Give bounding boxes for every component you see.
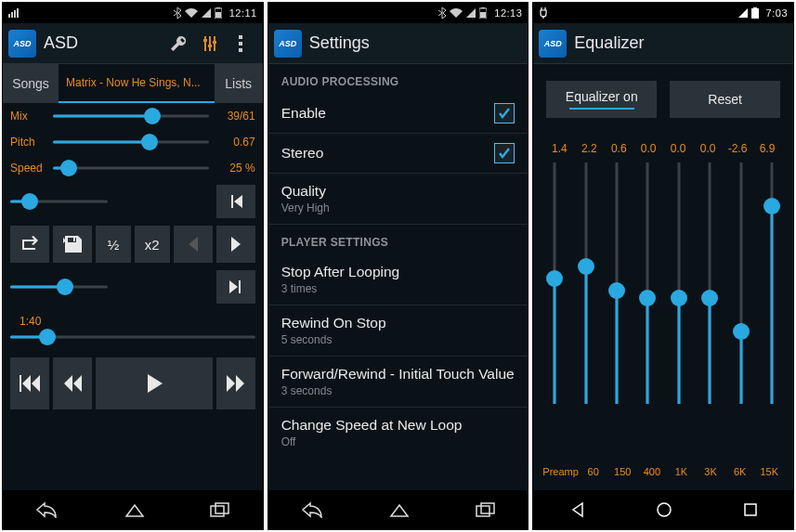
equalizer-on-button[interactable]: Equalizer on xyxy=(546,81,657,118)
eq-value: 6.9 xyxy=(752,142,782,155)
eq-band-slider[interactable] xyxy=(725,162,756,404)
tab-songs[interactable]: Songs xyxy=(3,64,59,103)
bluetooth-icon xyxy=(438,7,446,19)
svg-rect-15 xyxy=(239,48,242,52)
clock: 12:13 xyxy=(494,7,522,19)
mix-value: 39/61 xyxy=(215,110,255,123)
wrench-icon[interactable] xyxy=(163,28,194,59)
recents-icon[interactable] xyxy=(210,502,230,517)
home-icon[interactable] xyxy=(387,501,411,518)
recents-icon[interactable] xyxy=(476,502,496,517)
eq-value: 0.6 xyxy=(604,142,633,155)
svg-rect-13 xyxy=(239,35,242,39)
wifi-icon xyxy=(185,8,198,18)
svg-rect-6 xyxy=(215,12,221,18)
eq-value: 2.2 xyxy=(574,142,604,155)
speed-label: Speed xyxy=(10,162,47,175)
svg-rect-10 xyxy=(203,39,207,42)
stop-after-looping-row[interactable]: Stop After Looping 3 times xyxy=(268,254,528,305)
svg-rect-11 xyxy=(208,45,212,47)
home-icon[interactable] xyxy=(655,500,673,519)
eq-value: 0.0 xyxy=(663,142,693,155)
pitch-value: 0.67 xyxy=(215,136,255,149)
back-icon[interactable] xyxy=(568,501,586,518)
rewind-button[interactable] xyxy=(53,357,92,409)
pitch-label: Pitch xyxy=(10,136,47,149)
eq-band-slider[interactable] xyxy=(601,162,632,404)
eq-band-label: 1K xyxy=(667,466,697,477)
eq-band-slider[interactable] xyxy=(633,162,663,404)
status-bar: 7:03 xyxy=(533,3,793,23)
seek-slider[interactable] xyxy=(10,328,255,346)
tab-lists[interactable]: Lists xyxy=(215,64,263,103)
now-playing-marquee[interactable]: Matrix - Now He Sings, N... xyxy=(59,64,215,103)
settings-screen: 12:13 ASD Settings AUDIO PROCESSING Enab… xyxy=(268,2,529,530)
skip-prev-button[interactable] xyxy=(216,185,255,218)
svg-rect-19 xyxy=(481,7,485,8)
battery-icon xyxy=(215,7,222,19)
svg-rect-26 xyxy=(745,504,756,515)
nav-bar xyxy=(3,490,263,529)
eq-band-slider[interactable] xyxy=(695,162,725,404)
fast-forward-button[interactable] xyxy=(216,357,255,409)
mix-label: Mix xyxy=(10,110,47,123)
mix-slider[interactable] xyxy=(53,107,209,125)
extra-slider[interactable] xyxy=(10,192,108,211)
loop-button[interactable] xyxy=(10,226,49,263)
ff-rw-row[interactable]: Forward/Rewind - Initial Touch Value 3 s… xyxy=(268,357,528,408)
wifi-icon xyxy=(450,8,463,18)
app-icon[interactable]: ASD xyxy=(539,30,567,58)
svg-rect-14 xyxy=(239,42,242,45)
enable-checkbox[interactable] xyxy=(494,103,515,123)
eq-band-label: 3K xyxy=(696,466,725,477)
home-icon[interactable] xyxy=(123,501,147,518)
save-button[interactable] xyxy=(53,226,92,263)
svg-rect-2 xyxy=(14,10,16,18)
prev-track-button[interactable] xyxy=(10,357,49,409)
progress-slider[interactable] xyxy=(10,278,108,296)
sliders-icon[interactable] xyxy=(194,28,226,59)
eq-value: -2.6 xyxy=(723,142,752,155)
settings-title: Settings xyxy=(309,33,523,53)
recents-icon[interactable] xyxy=(742,501,759,518)
eq-labels-row: Preamp601504001K3K6K15K xyxy=(533,459,793,490)
enable-row[interactable]: Enable xyxy=(268,94,528,134)
back-icon[interactable] xyxy=(34,501,59,518)
eq-band-label: 15K xyxy=(754,466,784,477)
svg-rect-22 xyxy=(481,503,494,513)
eq-value: 0.0 xyxy=(693,142,723,155)
app-icon: ASD xyxy=(8,30,36,58)
charging-plug-icon xyxy=(539,7,548,19)
back-icon[interactable] xyxy=(300,501,324,518)
eq-band-slider[interactable] xyxy=(539,162,569,404)
stereo-row[interactable]: Stereo xyxy=(268,134,528,174)
app-icon[interactable]: ASD xyxy=(274,30,302,58)
eq-band-slider[interactable] xyxy=(570,162,601,404)
change-speed-row[interactable]: Change Speed at New Loop Off xyxy=(268,408,528,458)
play-button[interactable] xyxy=(96,357,213,409)
half-speed-button[interactable]: ½ xyxy=(96,226,131,263)
eq-value: 0.0 xyxy=(633,142,663,155)
pitch-slider[interactable] xyxy=(53,133,209,151)
stereo-checkbox[interactable] xyxy=(494,143,515,163)
eq-band-slider[interactable] xyxy=(757,162,788,404)
skip-next-button[interactable] xyxy=(216,270,255,304)
step-forward-button[interactable] xyxy=(216,226,255,263)
equalizer-title: Equalizer xyxy=(574,33,788,53)
app-title: ASD xyxy=(44,33,163,53)
svg-rect-0 xyxy=(8,14,10,18)
step-back-button[interactable] xyxy=(174,226,213,263)
eq-band-slider[interactable] xyxy=(663,162,694,404)
action-bar: ASD ASD xyxy=(3,23,263,64)
overflow-icon[interactable] xyxy=(226,28,257,59)
eq-band-label: 60 xyxy=(579,466,608,477)
double-speed-button[interactable]: x2 xyxy=(135,226,170,263)
svg-rect-1 xyxy=(11,12,13,18)
quality-row[interactable]: Quality Very High xyxy=(268,174,528,225)
nav-bar xyxy=(533,490,793,529)
speed-slider[interactable] xyxy=(53,159,209,177)
svg-rect-17 xyxy=(215,503,228,513)
svg-rect-3 xyxy=(17,8,19,18)
rewind-on-stop-row[interactable]: Rewind On Stop 5 seconds xyxy=(268,305,528,357)
reset-button[interactable]: Reset xyxy=(670,81,780,118)
